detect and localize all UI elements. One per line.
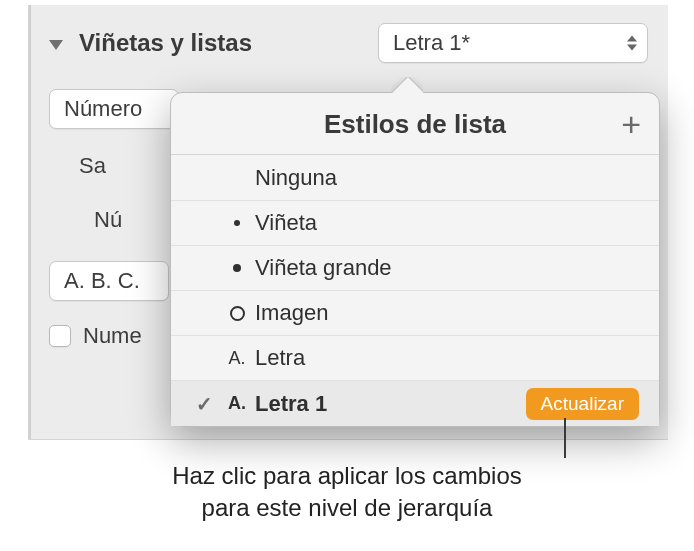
bullet-letter-icon: A.	[219, 393, 255, 414]
list-styles-popover: Estilos de lista + Ninguna Viñeta Viñeta…	[170, 92, 660, 427]
style-list: Ninguna Viñeta Viñeta grande Imagen A. L…	[171, 155, 659, 426]
popover-header: Estilos de lista +	[171, 93, 659, 155]
style-item-letter[interactable]: A. Letra	[171, 336, 659, 381]
list-style-value: Letra 1*	[393, 30, 470, 56]
update-button[interactable]: Actualizar	[526, 388, 639, 420]
style-label: Letra	[255, 345, 639, 371]
style-label: Viñeta grande	[255, 255, 639, 281]
bullet-image-icon	[219, 306, 255, 321]
bullet-letter-icon: A.	[219, 348, 255, 369]
letter-format-value: A. B. C.	[64, 268, 140, 294]
style-item-none[interactable]: Ninguna	[171, 156, 659, 201]
number-label: Nú	[94, 207, 122, 233]
bullet-bigdot-icon	[219, 264, 255, 272]
style-label: Imagen	[255, 300, 639, 326]
style-label: Letra 1	[255, 391, 526, 417]
popover-title: Estilos de lista	[324, 109, 506, 139]
style-item-big-bullet[interactable]: Viñeta grande	[171, 246, 659, 291]
bullet-dot-icon	[219, 220, 255, 226]
list-style-dropdown[interactable]: Letra 1*	[378, 23, 648, 63]
letter-format-dropdown[interactable]: A. B. C.	[49, 261, 169, 301]
section-title: Viñetas y listas	[79, 29, 252, 57]
checkmark-icon: ✓	[189, 392, 219, 416]
callout-line1: Haz clic para aplicar los cambios	[172, 462, 521, 489]
format-value: Número	[64, 96, 142, 122]
stepper-icon	[627, 36, 637, 51]
indent-label: Sa	[79, 153, 106, 179]
disclosure-triangle-icon[interactable]	[49, 40, 63, 50]
tiered-numbers-checkbox[interactable]	[49, 325, 71, 347]
format-dropdown[interactable]: Número	[49, 89, 179, 129]
popover-arrow-icon	[391, 77, 423, 93]
style-item-image[interactable]: Imagen	[171, 291, 659, 336]
callout-line2: para este nivel de jerarquía	[202, 494, 493, 521]
callout-leader-line	[564, 418, 566, 458]
tiered-numbers-label: Nume	[83, 323, 142, 349]
style-item-bullet[interactable]: Viñeta	[171, 201, 659, 246]
style-label: Ninguna	[255, 165, 639, 191]
style-item-letter-1[interactable]: ✓ A. Letra 1 Actualizar	[171, 381, 659, 426]
style-label: Viñeta	[255, 210, 639, 236]
callout-text: Haz clic para aplicar los cambios para e…	[0, 460, 694, 525]
bullets-lists-header-row: Viñetas y listas Letra 1*	[49, 23, 648, 63]
add-style-button[interactable]: +	[621, 107, 641, 141]
